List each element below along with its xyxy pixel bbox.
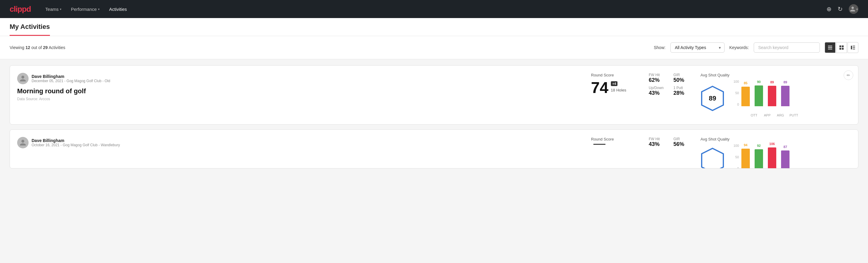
gir-label-2: GIR (673, 137, 691, 141)
round-score-row: 74 +4 18 Holes (591, 80, 639, 95)
avg-shot-quality-section-2: Avg Shot Quality 100 50 0 (701, 137, 851, 169)
bar-putt-2 (781, 150, 789, 169)
viewing-total: 29 (43, 45, 48, 50)
chart-col-arg-2: 106 (768, 147, 776, 169)
quality-inner: 89 100 50 0 85 (701, 80, 851, 117)
data-source: Data Source: Arccos (17, 97, 581, 101)
nav-teams-label: Teams (45, 7, 59, 12)
user-avatar[interactable]: ▾ (849, 4, 858, 14)
bar-arg (768, 86, 776, 106)
score-badge: +4 (611, 81, 618, 86)
nav-performance-label: Performance (71, 7, 97, 12)
fw-hit-stat: FW Hit 62% (649, 73, 666, 83)
chart-col-putt-2: 87 (781, 150, 789, 169)
card-user-section: Dave Billingham December 05, 2021 - Gog … (17, 73, 581, 101)
activity-type-select-wrapper: All Activity Types Round Practice (671, 42, 724, 53)
chart-col-putt: 89 (781, 86, 789, 106)
fw-hit-label-2: FW Hit (649, 137, 666, 141)
svg-rect-3 (839, 46, 841, 47)
svg-rect-0 (828, 46, 832, 46)
x-label-arg: ARG (776, 113, 785, 117)
bar-val-app-2: 92 (757, 144, 761, 147)
svg-rect-2 (828, 49, 832, 49)
stats-section: FW Hit 62% GIR 50% Up/Down 43% 1 Putt 28… (649, 73, 691, 96)
chart-x-labels: OTT APP ARG PUTT (732, 113, 851, 117)
activity-card: ✏ Dave Billingham December 05, 2021 - Go… (10, 65, 858, 124)
user-info: Dave Billingham December 05, 2021 - Gog … (32, 74, 110, 83)
svg-marker-12 (702, 148, 723, 169)
add-circle-icon[interactable]: ⊕ (827, 5, 832, 12)
activity-card-2: Dave Billingham October 16, 2021 - Gog M… (10, 129, 858, 169)
svg-rect-5 (839, 48, 841, 50)
viewing-count-text: Viewing 12 out of 29 Activities (10, 45, 649, 50)
user-row: Dave Billingham December 05, 2021 - Gog … (17, 73, 581, 84)
user-date-2: October 16, 2021 - Gog Magog Golf Club -… (32, 143, 120, 147)
bar-putt (781, 86, 789, 106)
nav-item-activities[interactable]: Activities (109, 5, 127, 13)
fw-hit-stat-2: FW Hit 43% (649, 137, 666, 147)
round-score-section-2: Round Score (591, 137, 639, 150)
avatar-2 (17, 137, 29, 148)
chart-bars-2: 94 92 106 8 (732, 144, 789, 169)
activity-type-select[interactable]: All Activity Types Round Practice (671, 42, 724, 53)
avg-shot-quality-label: Avg Shot Quality (701, 73, 851, 77)
score-value: 74 (591, 80, 609, 95)
navbar: clippd Teams ▾ Performance ▾ Activities … (0, 0, 868, 18)
search-input[interactable] (754, 42, 820, 53)
view-grid-button[interactable] (836, 42, 847, 53)
quality-inner-2: 100 50 0 94 92 (701, 144, 851, 169)
svg-rect-8 (852, 46, 855, 46)
hex-wrap-2 (701, 147, 724, 169)
bar-ott-2 (741, 149, 750, 169)
gir-value-2: 56% (673, 141, 691, 147)
avg-shot-quality-label-2: Avg Shot Quality (701, 137, 851, 141)
view-list-detail-button[interactable] (847, 42, 858, 53)
nav-activities-label: Activities (109, 7, 127, 12)
nav-item-teams[interactable]: Teams ▾ (45, 5, 61, 13)
chart-col-app-2: 92 (754, 149, 763, 169)
view-list-condensed-button[interactable] (825, 42, 836, 53)
view-toggles (825, 42, 858, 53)
teams-chevron-icon: ▾ (60, 7, 61, 11)
edit-button[interactable]: ✏ (844, 70, 853, 80)
svg-rect-10 (852, 49, 855, 49)
nav-item-performance[interactable]: Performance ▾ (71, 5, 99, 13)
bar-ott (741, 87, 750, 106)
x-label-putt: PUTT (789, 113, 798, 117)
round-score-label-2: Round Score (591, 137, 639, 141)
activity-title: Morning round of golf (17, 87, 581, 95)
refresh-icon[interactable]: ↻ (838, 5, 843, 12)
bar-chart-2: 100 50 0 94 92 (732, 144, 851, 169)
avatar (17, 73, 29, 84)
card-user-section-2: Dave Billingham October 16, 2021 - Gog M… (17, 137, 581, 150)
bar-app (754, 85, 763, 106)
updown-label: Up/Down (649, 86, 666, 90)
user-date: December 05, 2021 - Gog Magog Golf Club … (32, 79, 110, 83)
round-score-label: Round Score (591, 73, 639, 77)
updown-stat: Up/Down 43% (649, 86, 666, 96)
bar-app-2 (754, 149, 763, 169)
nav-icons: ⊕ ↻ ▾ (827, 4, 858, 14)
stats-grid-2: FW Hit 43% GIR 56% (649, 137, 691, 147)
viewing-count: 12 (26, 45, 30, 50)
bar-val-putt-2: 87 (783, 145, 787, 149)
svg-rect-9 (852, 47, 855, 48)
stats-section-2: FW Hit 43% GIR 56% (649, 137, 691, 147)
fw-hit-label: FW Hit (649, 73, 666, 77)
gir-value: 50% (673, 77, 691, 83)
performance-chevron-icon: ▾ (98, 7, 99, 11)
chart-col-arg: 89 (768, 86, 776, 106)
user-name-2: Dave Billingham (32, 138, 120, 143)
one-putt-value: 28% (673, 90, 691, 96)
hex-score: 89 (709, 94, 716, 102)
gir-stat: GIR 50% (673, 73, 691, 83)
chart-col-ott-2: 94 (741, 149, 750, 169)
user-name: Dave Billingham (32, 74, 110, 79)
fw-hit-value: 62% (649, 77, 666, 83)
svg-rect-7 (851, 46, 852, 49)
logo: clippd (10, 4, 31, 14)
avg-shot-quality-section: Avg Shot Quality 89 100 50 (701, 73, 851, 117)
page-header: My Activities (0, 18, 868, 36)
show-label: Show: (654, 45, 665, 50)
bar-chart: 100 50 0 85 90 (732, 80, 851, 117)
